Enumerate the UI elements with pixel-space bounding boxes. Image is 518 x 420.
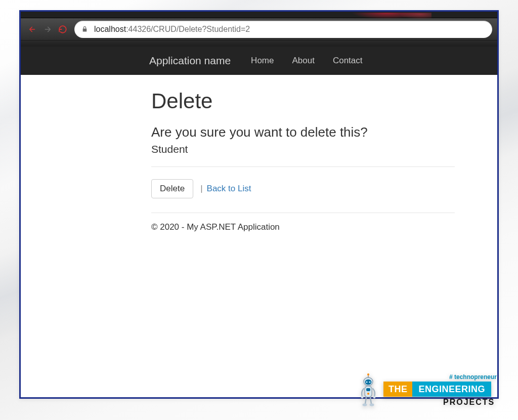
svg-point-14 (369, 403, 374, 406)
robot-icon (358, 373, 378, 407)
watermark-tagline: # technopreneur (449, 373, 497, 381)
watermark-the: THE (383, 382, 413, 397)
nav-link-about[interactable]: About (292, 56, 314, 66)
arrow-right-icon (43, 25, 52, 34)
nav-link-contact[interactable]: Contact (333, 56, 363, 66)
page-title: Delete (151, 89, 466, 113)
lock-icon (81, 25, 88, 33)
page-footer: © 2020 - My ASP.NET Application (151, 222, 466, 232)
divider (151, 213, 455, 213)
nav-link-home[interactable]: Home (251, 56, 274, 66)
svg-rect-9 (366, 388, 370, 391)
reload-button[interactable] (55, 22, 70, 37)
site-navbar: Application name Home About Contact (21, 47, 497, 75)
action-row: Delete | Back to List (151, 179, 466, 198)
action-separator: | (200, 184, 202, 194)
divider (151, 166, 455, 167)
screenshot-frame: localhost:44326/CRUD/Delete?Studentid=2 … (19, 10, 499, 399)
svg-point-6 (366, 381, 367, 383)
svg-point-2 (367, 373, 369, 375)
delete-button[interactable]: Delete (151, 179, 193, 198)
watermark-logo: # technopreneur THE ENGINEERING PROJECTS (358, 373, 497, 407)
svg-point-7 (369, 381, 370, 383)
svg-point-13 (362, 403, 367, 406)
watermark-text: # technopreneur THE ENGINEERING PROJECTS (383, 373, 497, 407)
back-to-list-link[interactable]: Back to List (207, 184, 251, 194)
url-path: :44326/CRUD/Delete?Studentid=2 (126, 25, 250, 34)
model-name: Student (151, 143, 466, 155)
page-content: Delete Are you sure you want to delete t… (21, 75, 466, 232)
svg-rect-8 (365, 386, 372, 397)
watermark-engineering: ENGINEERING (412, 382, 491, 397)
address-bar[interactable]: localhost:44326/CRUD/Delete?Studentid=2 (74, 21, 492, 38)
svg-point-10 (367, 393, 369, 395)
svg-point-12 (373, 396, 376, 399)
watermark-projects: PROJECTS (443, 398, 495, 407)
browser-toolbar: localhost:44326/CRUD/Delete?Studentid=2 (21, 18, 497, 40)
confirm-question: Are you sure you want to delete this? (151, 124, 466, 140)
svg-point-11 (361, 396, 364, 399)
toolbar-shadow (21, 40, 497, 47)
url-host: localhost (94, 25, 126, 34)
forward-button[interactable] (40, 22, 55, 37)
navbar-brand[interactable]: Application name (149, 55, 231, 67)
reload-icon (58, 25, 67, 34)
arrow-left-icon (28, 25, 37, 34)
browser-tabstrip (21, 12, 497, 18)
back-button[interactable] (25, 22, 40, 37)
